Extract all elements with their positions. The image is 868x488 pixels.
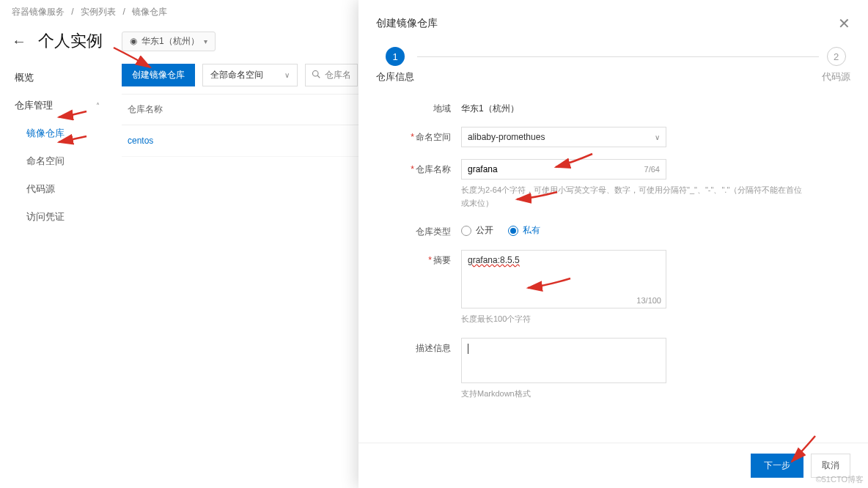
sidebar-item-code-source[interactable]: 代码源 [12,175,110,203]
sidebar: 概览 仓库管理 ˄ 镜像仓库 命名空间 代码源 访问凭证 [0,64,110,231]
next-button[interactable]: 下一步 [751,454,803,478]
reponame-field-label: *仓库名称 [388,159,461,176]
close-icon[interactable]: ✕ [838,15,850,32]
step-2-circle: 2 [827,47,846,66]
namespace-filter-label: 全部命名空间 [210,69,263,81]
chevron-down-icon: ∨ [655,133,660,141]
sidebar-group-repo[interactable]: 仓库管理 ˄ [12,92,110,119]
step-2-label: 代码源 [822,70,850,84]
step-1-circle: 1 [386,47,405,66]
region-field-label: 地域 [388,98,461,115]
namespace-select-value: alibaby-promethues [468,132,545,142]
summary-value: grafana:8.5.5 [468,255,520,265]
chevron-down-icon: ∨ [284,71,290,79]
back-arrow-icon[interactable]: ← [12,33,26,50]
radio-label: 私有 [523,224,540,237]
reponame-counter: 7/64 [644,165,660,174]
repo-form: 地域 华东1（杭州） *命名空间 alibaby-promethues ∨ *仓… [358,98,868,443]
summary-textarea[interactable]: grafana:8.5.5 13/100 [461,250,666,308]
wizard-steps: 1 仓库信息 2 代码源 [358,40,868,98]
desc-help: 支持Markdown格式 [461,388,806,401]
repotype-public-radio[interactable]: 公开 [461,224,493,237]
reponame-help: 长度为2-64个字符，可使用小写英文字母、数字，可使用分隔符"_"、"-"、".… [461,184,806,210]
region-selector[interactable]: ◉ 华东1（杭州） ▾ [122,32,216,51]
create-repo-drawer: 创建镜像仓库 ✕ 1 仓库信息 2 代码源 地域 华东1（杭州） *命名空间 a… [358,0,868,488]
radio-icon [461,226,471,236]
breadcrumb-item[interactable]: 容器镜像服务 [12,7,65,17]
namespace-filter[interactable]: 全部命名空间 ∨ [202,64,298,86]
region-label: 华东1（杭州） [141,35,199,48]
page-title: 个人实例 [38,30,103,52]
step-connector [417,56,819,57]
sidebar-item-namespace[interactable]: 命名空间 [12,147,110,175]
sidebar-item-credentials[interactable]: 访问凭证 [12,203,110,231]
svg-line-1 [317,75,320,78]
desc-field-label: 描述信息 [388,338,461,355]
text-caret [468,344,468,354]
drawer-footer: 下一步 取消 [358,443,868,488]
repotype-field-label: 仓库类型 [388,221,461,238]
reponame-input[interactable]: 7/64 [461,159,666,180]
drawer-title: 创建镜像仓库 [376,17,438,30]
search-input[interactable]: 仓库名 [305,64,358,86]
search-placeholder: 仓库名 [325,69,351,81]
desc-textarea[interactable] [461,338,666,383]
breadcrumb-item: 镜像仓库 [132,7,167,17]
create-repo-button[interactable]: 创建镜像仓库 [122,64,195,86]
globe-icon: ◉ [130,36,137,46]
summary-counter: 13/100 [636,296,661,305]
step-1-label: 仓库信息 [376,70,414,84]
breadcrumb-item[interactable]: 实例列表 [81,7,116,17]
svg-point-0 [313,71,319,77]
chevron-up-icon: ˄ [96,102,100,110]
sidebar-group-label: 仓库管理 [15,99,53,112]
summary-help: 长度最长100个字符 [461,313,806,326]
step-1: 1 仓库信息 [376,47,414,84]
sidebar-item-image-repo[interactable]: 镜像仓库 [12,119,110,147]
step-2: 2 代码源 [822,47,850,84]
breadcrumb-sep: / [71,7,73,17]
region-field-value: 华东1（杭州） [461,98,839,115]
namespace-select[interactable]: alibaby-promethues ∨ [461,127,666,147]
reponame-input-field[interactable] [468,164,644,174]
watermark: ©51CTO博客 [816,474,864,485]
breadcrumb-sep: / [122,7,125,17]
search-icon [312,70,320,81]
summary-field-label: *摘要 [388,250,461,267]
radio-icon [508,226,518,236]
sidebar-item-overview[interactable]: 概览 [12,64,110,92]
namespace-field-label: *命名空间 [388,127,461,144]
chevron-down-icon: ▾ [204,37,207,45]
radio-label: 公开 [476,224,493,237]
repotype-private-radio[interactable]: 私有 [508,224,540,237]
